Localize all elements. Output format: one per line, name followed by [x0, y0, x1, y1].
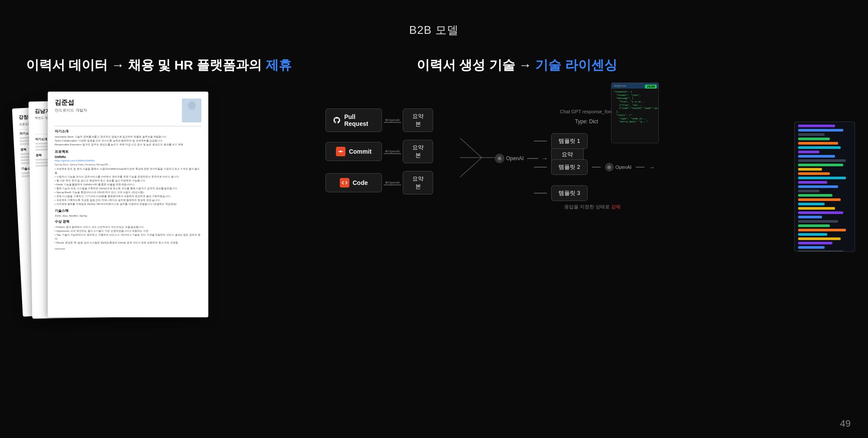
- merge-lines-svg: [460, 129, 495, 186]
- template-3-note: 응답을 지정한 상태로 강제: [564, 204, 654, 210]
- svg-line-9: [460, 158, 482, 177]
- svg-point-4: [340, 151, 342, 153]
- pull-request-box: Pull Request: [326, 109, 382, 132]
- openai-label-pr: ⊕OpenAI: [385, 118, 400, 122]
- code-box: Code: [326, 173, 382, 192]
- commit-row: Commit ⊕OpenAI 요약본: [326, 140, 433, 163]
- left-heading-highlight: 제휴: [266, 58, 292, 72]
- github-icon: [333, 115, 341, 125]
- svg-line-7: [460, 138, 482, 158]
- commit-icon: [336, 147, 345, 156]
- summary-pr: 요약본: [403, 109, 433, 132]
- openai-logo-right: ⊕ OpenAI: [605, 163, 631, 171]
- openai-label-code: ⊕OpenAI: [385, 181, 400, 184]
- template-3-box: 템플릿 3: [551, 185, 588, 201]
- code-screenshot: [794, 122, 855, 252]
- resume-cards-container: 강창룡 프론트엔드 개발자 자기소개 경력 기술스택: [26, 92, 208, 335]
- templates-list: 템플릿 1 템플릿 2 ⊕ OpenAI → 템플릿 3 응답을 지정한 상태로…: [534, 133, 654, 210]
- openai-label-commit: ⊕OpenAI: [385, 149, 400, 153]
- type-dict-label: Type: Dict: [534, 119, 598, 125]
- json-card: response "response": { "format": "json",…: [611, 82, 659, 143]
- template-3-row: 템플릿 3 응답을 지정한 상태로 강제: [534, 185, 654, 210]
- pull-request-row: Pull Request ⊕OpenAI 요약본: [326, 109, 433, 132]
- summary-code: 요약본: [403, 171, 433, 194]
- svg-point-2: [188, 101, 196, 110]
- templates-section: Chat GPT response_format 옵션 response "re…: [534, 109, 654, 210]
- pull-request-label: Pull Request: [344, 113, 375, 127]
- openai-logo-merge: ⊕ OpenAI: [495, 154, 524, 163]
- commit-label: Commit: [349, 148, 372, 155]
- json-badge: JSON: [645, 85, 657, 89]
- summary-commit: 요약본: [403, 140, 433, 163]
- page-number: 49: [840, 418, 851, 429]
- template-2-row: 템플릿 2 ⊕ OpenAI →: [534, 159, 654, 175]
- resume-card-front: 김준섭 안드로이드 개발자 자기소개 Innovative Spirit: 기술…: [48, 92, 208, 317]
- left-heading-text: 이력서 데이터 → 채용 및 HR 플랫폼과의: [26, 58, 266, 72]
- template-1-box: 템플릿 1: [551, 133, 588, 149]
- template-2-box: 템플릿 2: [551, 159, 588, 175]
- right-heading-text: 이력서 생성 기술 →: [417, 58, 535, 72]
- resume-role: 안드로이드 개발자: [55, 108, 87, 113]
- merge-section: [460, 129, 495, 188]
- page-title: B2B 모델: [0, 0, 868, 38]
- commit-box: Commit: [326, 142, 382, 161]
- right-heading-highlight: 기술 라이센싱: [535, 58, 617, 72]
- code-row: Code ⊕OpenAI 요약본: [326, 171, 433, 194]
- right-section-heading: 이력서 생성 기술 → 기술 라이센싱: [417, 56, 859, 74]
- left-section-heading: 이력서 데이터 → 채용 및 HR 플랫폼과의 제휴: [26, 56, 417, 74]
- resume-name: 김준섭: [55, 99, 87, 107]
- code-icon: [340, 178, 349, 188]
- code-label: Code: [353, 179, 368, 186]
- svg-rect-3: [186, 111, 198, 121]
